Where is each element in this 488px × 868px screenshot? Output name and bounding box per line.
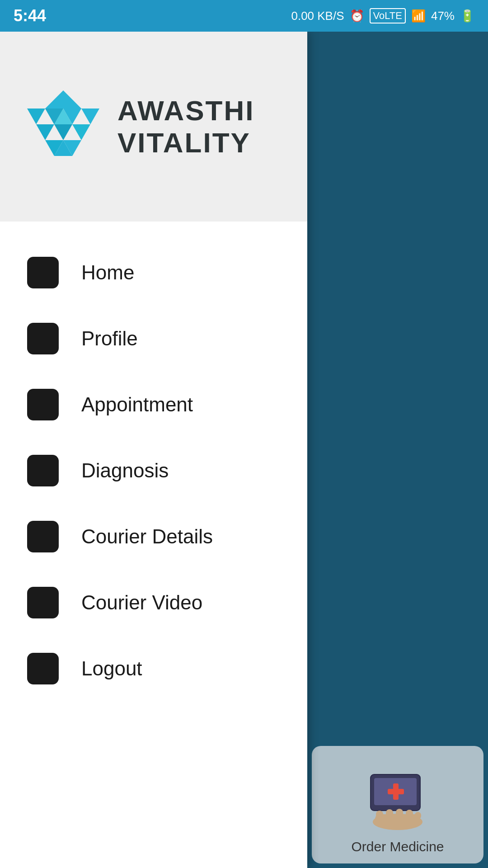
menu-icon-logout [27, 653, 59, 684]
battery-icon: 🔋 [460, 9, 474, 23]
order-medicine-label: Order Medicine [351, 839, 444, 854]
menu-list: HomeProfileAppointmentDiagnosisCourier D… [0, 222, 307, 720]
menu-item-courier-details[interactable]: Courier Details [0, 504, 307, 570]
app-logo-icon [23, 86, 104, 167]
app-name-line2: VITALITY [117, 127, 254, 159]
svg-rect-23 [415, 812, 421, 819]
logo-container: AWASTHI VITALITY [23, 86, 254, 167]
menu-label-home: Home [81, 261, 134, 284]
order-medicine-icon [357, 765, 438, 833]
drawer-panel: AWASTHI VITALITY HomeProfileAppointmentD… [0, 32, 307, 868]
menu-item-diagnosis[interactable]: Diagnosis [0, 438, 307, 504]
battery-level: 47% [431, 9, 455, 23]
order-medicine-button[interactable]: Order Medicine [312, 746, 483, 863]
menu-label-courier-details: Courier Details [81, 525, 213, 548]
menu-label-profile: Profile [81, 327, 138, 350]
svg-marker-8 [72, 124, 90, 140]
network-speed: 0.00 KB/S [291, 9, 344, 23]
menu-item-courier-video[interactable]: Courier Video [0, 570, 307, 636]
logo-area: AWASTHI VITALITY [0, 32, 307, 222]
menu-item-appointment[interactable]: Appointment [0, 372, 307, 438]
menu-label-appointment: Appointment [81, 393, 193, 416]
app-name-line1: AWASTHI [117, 94, 254, 127]
menu-icon-appointment [27, 389, 59, 420]
menu-icon-home [27, 257, 59, 288]
volte-icon: VoLTE [370, 8, 406, 24]
svg-rect-22 [406, 810, 413, 819]
menu-item-logout[interactable]: Logout [0, 636, 307, 702]
svg-marker-0 [45, 90, 81, 108]
svg-rect-19 [376, 811, 383, 819]
menu-icon-courier-video [27, 587, 59, 618]
order-medicine-icon-area [352, 763, 443, 835]
svg-rect-21 [396, 809, 403, 819]
menu-icon-courier-details [27, 521, 59, 552]
svg-marker-7 [36, 124, 54, 140]
status-icons: 0.00 KB/S ⏰ VoLTE 📶 47% 🔋 [291, 8, 474, 24]
svg-rect-16 [388, 789, 404, 794]
signal-icon: 📶 [411, 9, 426, 23]
menu-label-logout: Logout [81, 657, 142, 680]
menu-icon-diagnosis [27, 455, 59, 486]
menu-icon-profile [27, 323, 59, 354]
svg-marker-9 [54, 124, 72, 140]
menu-label-diagnosis: Diagnosis [81, 459, 169, 482]
svg-rect-20 [386, 809, 393, 819]
menu-label-courier-video: Courier Video [81, 591, 202, 614]
svg-marker-2 [81, 108, 99, 124]
svg-marker-1 [27, 108, 45, 124]
menu-item-profile[interactable]: Profile [0, 306, 307, 372]
status-bar: 5:44 0.00 KB/S ⏰ VoLTE 📶 47% 🔋 [0, 0, 488, 32]
logo-text: AWASTHI VITALITY [117, 94, 254, 159]
menu-item-home[interactable]: Home [0, 240, 307, 306]
status-time: 5:44 [14, 6, 46, 25]
alarm-icon: ⏰ [350, 9, 364, 23]
